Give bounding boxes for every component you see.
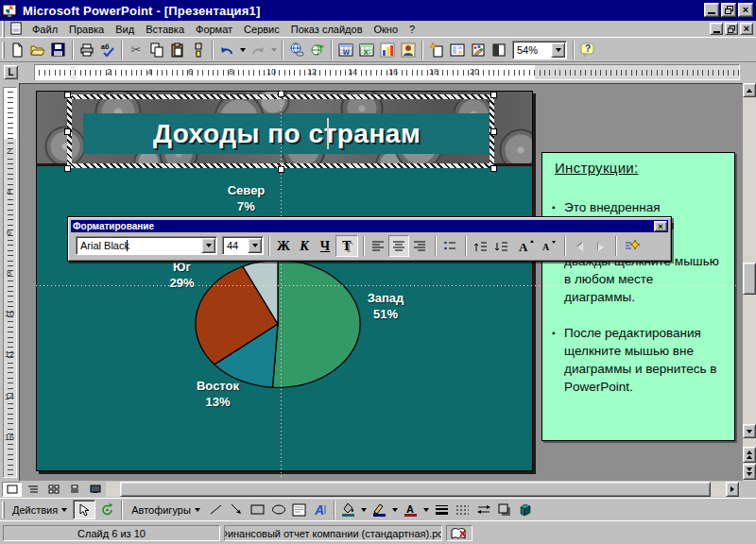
autoshapes-menu-button[interactable]: Автофигуры <box>126 501 206 519</box>
font-name-combo[interactable]: Arial Black <box>76 236 217 255</box>
menu-help[interactable]: ? <box>404 22 421 37</box>
menu-file[interactable]: Файл <box>26 22 63 37</box>
black-white-view-button[interactable] <box>489 40 509 60</box>
minimize-button[interactable] <box>704 3 719 17</box>
increase-font-size-button[interactable]: А <box>515 235 538 257</box>
decrease-paragraph-spacing-button[interactable] <box>490 235 511 257</box>
pie-slice-Запад[interactable] <box>273 261 361 388</box>
spelling-button[interactable]: аб <box>97 40 118 60</box>
insert-word-table-button[interactable]: W <box>335 40 356 60</box>
select-objects-button[interactable] <box>73 500 95 519</box>
line-color-dropdown[interactable] <box>390 500 401 520</box>
free-rotate-button[interactable] <box>95 500 118 520</box>
menu-edit[interactable]: Правка <box>63 22 110 37</box>
undo-dropdown[interactable] <box>237 40 248 60</box>
fill-color-dropdown[interactable] <box>359 500 369 520</box>
doc-close-button[interactable]: × <box>740 23 753 35</box>
demote-button[interactable] <box>590 235 610 257</box>
align-center-button[interactable] <box>388 235 409 257</box>
save-button[interactable] <box>48 40 69 60</box>
resize-handle-e[interactable] <box>490 128 497 135</box>
presentation-icon[interactable] <box>9 22 24 36</box>
font-name-dropdown[interactable] <box>201 238 215 253</box>
apply-design-button[interactable] <box>468 40 489 60</box>
insert-chart-button[interactable] <box>377 40 398 60</box>
zoom-combo[interactable]: 54% <box>512 41 567 60</box>
new-slide-button[interactable] <box>426 40 447 60</box>
shadow-button[interactable] <box>494 500 515 520</box>
vertical-scrollbar[interactable] <box>743 83 756 481</box>
arrow-style-button[interactable] <box>473 500 494 520</box>
font-color-button[interactable]: А <box>401 500 421 520</box>
undo-button[interactable] <box>216 40 237 60</box>
format-painter-button[interactable] <box>188 40 209 60</box>
oval-tool-button[interactable] <box>268 500 289 520</box>
copy-button[interactable] <box>146 40 167 60</box>
align-right-button[interactable] <box>409 235 430 257</box>
slide-show-view-button[interactable] <box>85 482 105 497</box>
drawbar-grip[interactable] <box>2 502 5 518</box>
cut-button[interactable]: ✂ <box>126 40 146 60</box>
text-box-tool-button[interactable] <box>289 500 310 520</box>
help-button[interactable]: ? <box>577 40 598 60</box>
menu-insert[interactable]: Вставка <box>140 22 190 37</box>
menubar-grip[interactable] <box>2 21 5 38</box>
font-size-dropdown[interactable] <box>248 238 262 253</box>
formatting-toolbar[interactable]: Форматирование × Arial Black 44 Ж К Ч Т <box>67 216 672 262</box>
restore-button[interactable] <box>721 3 736 17</box>
paste-button[interactable] <box>167 40 188 60</box>
toolbar-grip[interactable] <box>2 42 5 59</box>
draw-menu-button[interactable]: Действия <box>7 501 73 519</box>
open-button[interactable] <box>27 40 48 60</box>
resize-handle-ne[interactable] <box>490 92 497 98</box>
line-tool-button[interactable] <box>206 500 227 520</box>
line-style-button[interactable] <box>432 500 453 520</box>
menu-format[interactable]: Формат <box>190 22 238 37</box>
new-button[interactable] <box>7 40 27 60</box>
instructions-text-box[interactable]: Инструкции: Это внедренная диаграмма. Чт… <box>541 152 735 441</box>
resize-handle-w[interactable] <box>64 128 71 135</box>
bullets-button[interactable] <box>439 235 460 257</box>
font-color-dropdown[interactable] <box>421 500 432 520</box>
menu-window[interactable]: Окно <box>369 22 404 37</box>
slide-title-text[interactable]: Доходы по странам <box>153 119 421 149</box>
promote-button[interactable] <box>569 235 590 257</box>
doc-restore-button[interactable] <box>725 23 738 35</box>
resize-handle-sw[interactable] <box>64 165 71 172</box>
vertical-guide[interactable] <box>281 91 282 479</box>
indent-marker[interactable] <box>69 66 77 81</box>
web-toolbar-button[interactable] <box>307 40 328 60</box>
increase-paragraph-spacing-button[interactable] <box>470 235 490 257</box>
animation-effects-button[interactable] <box>620 235 644 257</box>
slide-title-placeholder[interactable]: Доходы по странам <box>83 113 490 154</box>
previous-slide-button[interactable] <box>743 447 756 463</box>
insert-clipart-button[interactable] <box>398 40 419 60</box>
italic-button[interactable]: К <box>294 235 315 257</box>
horizontal-scroll-track[interactable] <box>106 482 740 497</box>
vertical-scroll-thumb[interactable] <box>743 263 756 295</box>
spelling-status-panel[interactable] <box>446 525 472 541</box>
zoom-dropdown[interactable] <box>551 42 565 58</box>
text-shadow-button[interactable]: Т <box>335 235 358 257</box>
scroll-down-button[interactable] <box>743 424 756 438</box>
resize-handle-se[interactable] <box>490 165 497 172</box>
horizontal-scroll-thumb[interactable] <box>120 482 711 497</box>
line-color-button[interactable] <box>369 500 390 520</box>
fill-color-button[interactable] <box>338 500 359 520</box>
menu-tools[interactable]: Сервис <box>238 22 285 37</box>
print-button[interactable] <box>77 40 97 60</box>
doc-minimize-button[interactable] <box>710 23 723 35</box>
three-d-button[interactable] <box>515 500 536 520</box>
menu-slideshow[interactable]: Показ слайдов <box>285 22 369 37</box>
slide-view-button[interactable] <box>2 482 22 497</box>
insert-excel-sheet-button[interactable]: X <box>356 40 377 60</box>
wordart-button[interactable]: A <box>310 500 331 520</box>
app-icon[interactable] <box>2 3 17 18</box>
dash-style-button[interactable] <box>453 500 473 520</box>
scroll-up-button[interactable] <box>743 83 756 97</box>
formatting-toolbar-titlebar[interactable]: Форматирование × <box>71 220 668 232</box>
slide-sorter-view-button[interactable] <box>43 482 63 497</box>
rectangle-tool-button[interactable] <box>248 500 268 520</box>
next-slide-button[interactable] <box>743 464 756 480</box>
bold-button[interactable]: Ж <box>273 235 294 257</box>
